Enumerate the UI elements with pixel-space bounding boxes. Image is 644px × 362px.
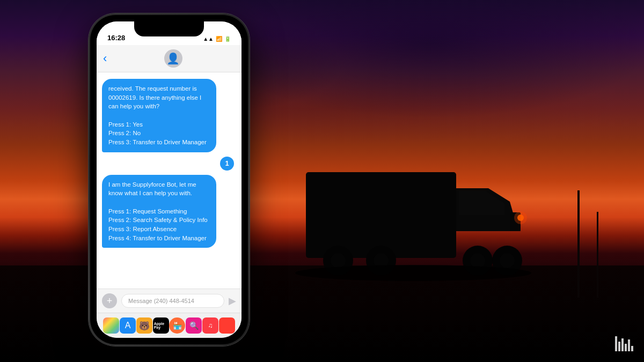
- status-time: 16:28: [107, 34, 125, 42]
- phone-notch: [134, 21, 204, 36]
- utility-pole-2: [597, 212, 598, 298]
- avatar-person-icon: 👤: [166, 52, 180, 65]
- back-button[interactable]: ‹: [103, 51, 107, 65]
- message-bubble-2: I am the Supplyforce Bot, let me know wh…: [102, 175, 216, 248]
- contact-avatar: 👤: [164, 49, 182, 68]
- phone-screen: 16:28 ▲▲ 📶 🔋 ‹ 👤: [97, 21, 241, 338]
- message-badge-1: 1: [220, 157, 234, 171]
- app-dock: A 🐻 Apple Pay 🏪 🔍 ♫: [97, 313, 241, 338]
- battery-icon: 🔋: [224, 36, 231, 42]
- svg-point-7: [470, 253, 485, 268]
- send-button[interactable]: ▶: [229, 295, 236, 307]
- svg-point-3: [331, 253, 346, 268]
- phone-inner: 16:28 ▲▲ 📶 🔋 ‹ 👤: [90, 15, 248, 344]
- svg-point-9: [500, 253, 515, 268]
- add-attachment-button[interactable]: +: [102, 293, 117, 308]
- phone-outer: 16:28 ▲▲ 📶 🔋 ‹ 👤: [89, 13, 250, 346]
- dock-icon-music[interactable]: ♫: [202, 317, 218, 334]
- svg-rect-0: [306, 172, 456, 258]
- message-text-1: received. The request number is 00002619…: [108, 85, 207, 145]
- phone: 16:28 ▲▲ 📶 🔋 ‹ 👤: [89, 13, 250, 346]
- message-input[interactable]: Message (240) 448-4514: [121, 294, 224, 308]
- nav-bar: ‹ 👤: [97, 45, 241, 72]
- dock-icon-tapcart[interactable]: 🏪: [169, 317, 185, 334]
- dock-icon-photos[interactable]: [103, 317, 119, 334]
- truck-silhouette: [295, 124, 537, 298]
- svg-point-12: [295, 265, 531, 281]
- dock-icon-bear[interactable]: 🐻: [136, 317, 152, 334]
- dock-icon-unknown[interactable]: [219, 317, 235, 334]
- dock-icon-search[interactable]: 🔍: [186, 317, 202, 334]
- message-input-bar: + Message (240) 448-4514 ▶: [97, 289, 241, 313]
- signal-icon: ▲▲: [203, 36, 214, 42]
- freightwaves-logo: [615, 336, 633, 351]
- dock-icon-applepay[interactable]: Apple Pay: [153, 317, 169, 334]
- badge-value-1: 1: [225, 159, 229, 167]
- message-text-2: I am the Supplyforce Bot, let me know wh…: [108, 181, 208, 241]
- wifi-icon: 📶: [216, 36, 222, 42]
- dock-icon-appstore[interactable]: A: [120, 317, 136, 334]
- messages-area[interactable]: received. The request number is 00002619…: [97, 72, 241, 289]
- svg-point-11: [514, 211, 527, 224]
- message-placeholder: Message (240) 448-4514: [128, 298, 194, 304]
- message-bubble-1: received. The request number is 00002619…: [102, 79, 216, 152]
- status-icons: ▲▲ 📶 🔋: [203, 36, 231, 42]
- utility-pole-1: [577, 190, 580, 298]
